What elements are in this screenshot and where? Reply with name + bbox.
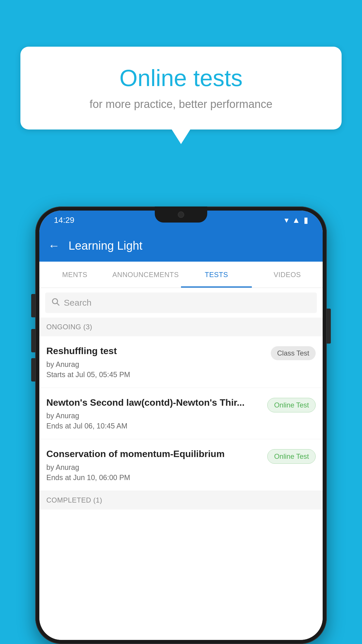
tab-tests[interactable]: TESTS: [181, 262, 252, 288]
search-input[interactable]: Search: [64, 298, 92, 308]
test-badge-online: Online Test: [267, 398, 316, 412]
battery-icon: ▮: [304, 215, 308, 225]
speech-bubble-container: Online tests for more practice, better p…: [20, 47, 342, 130]
tab-announcements[interactable]: ANNOUNCEMENTS: [110, 262, 181, 288]
completed-header-text: COMPLETED (1): [46, 496, 102, 504]
test-item-date: Starts at Jul 05, 05:45 PM: [46, 370, 265, 379]
tab-videos[interactable]: VIDEOS: [252, 262, 323, 288]
speech-bubble-subtitle: for more practice, better performance: [41, 98, 321, 111]
status-time: 14:29: [54, 216, 74, 225]
app-title: Learning Light: [68, 239, 143, 252]
svg-point-0: [52, 299, 58, 304]
test-item-content: Conservation of momentum-Equilibrium by …: [46, 448, 261, 482]
status-icons: ▾ ▲ ▮: [284, 215, 308, 225]
test-item[interactable]: Conservation of momentum-Equilibrium by …: [39, 439, 323, 491]
test-item[interactable]: Newton's Second law(contd)-Newton's Thir…: [39, 388, 323, 440]
wifi-icon: ▾: [284, 215, 289, 225]
test-item-date: Ends at Jun 10, 06:00 PM: [46, 473, 261, 482]
test-item-content: Newton's Second law(contd)-Newton's Thir…: [46, 397, 261, 430]
ongoing-header-text: ONGOING (3): [46, 323, 92, 331]
test-item-title: Reshuffling test: [46, 345, 265, 357]
test-item-author: by Anurag: [46, 360, 265, 369]
test-item-author: by Anurag: [46, 463, 261, 472]
test-item-date: Ends at Jul 06, 10:45 AM: [46, 422, 261, 430]
phone-screen: 14:29 ▾ ▲ ▮ ← Learning Light MENTS ANNOU…: [39, 211, 323, 640]
test-item-content: Reshuffling test by Anurag Starts at Jul…: [46, 345, 265, 379]
test-item-title: Newton's Second law(contd)-Newton's Thir…: [46, 397, 261, 409]
tabs-container: MENTS ANNOUNCEMENTS TESTS VIDEOS: [39, 262, 323, 288]
search-input-container[interactable]: Search: [45, 293, 317, 313]
search-icon: [51, 297, 60, 308]
test-badge-online: Online Test: [267, 449, 316, 464]
test-item-title: Conservation of momentum-Equilibrium: [46, 448, 261, 460]
phone-frame: 14:29 ▾ ▲ ▮ ← Learning Light MENTS ANNOU…: [35, 206, 327, 644]
completed-section-header: COMPLETED (1): [39, 491, 323, 510]
svg-line-1: [57, 303, 59, 305]
test-item[interactable]: Reshuffling test by Anurag Starts at Jul…: [39, 336, 323, 388]
phone-container: 14:29 ▾ ▲ ▮ ← Learning Light MENTS ANNOU…: [35, 206, 327, 644]
ongoing-section-header: ONGOING (3): [39, 318, 323, 336]
speech-bubble: Online tests for more practice, better p…: [20, 47, 342, 130]
test-list: Reshuffling test by Anurag Starts at Jul…: [39, 336, 323, 640]
signal-icon: ▲: [292, 216, 300, 225]
camera: [178, 211, 184, 218]
tab-ments[interactable]: MENTS: [39, 262, 110, 288]
test-badge-class: Class Test: [271, 346, 316, 360]
app-bar: ← Learning Light: [39, 230, 323, 262]
phone-notch: [155, 206, 207, 223]
back-button[interactable]: ←: [48, 239, 60, 252]
speech-bubble-title: Online tests: [41, 64, 321, 92]
test-item-author: by Anurag: [46, 412, 261, 420]
search-bar-wrapper: Search: [39, 288, 323, 318]
